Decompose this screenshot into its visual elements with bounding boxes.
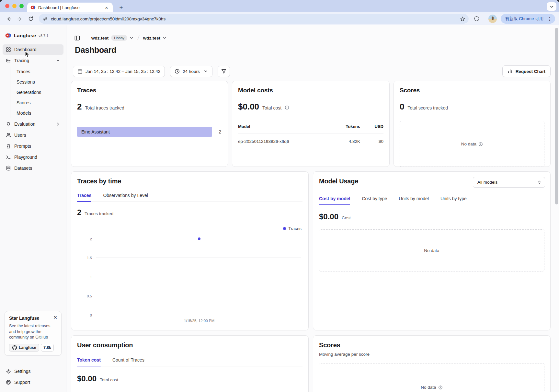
y-tick: 0	[90, 313, 92, 317]
project-name[interactable]: wdz.test	[143, 36, 160, 40]
sidebar-footer: Settings Support	[3, 366, 63, 388]
scores-count-label: Total scores tracked	[407, 105, 448, 110]
y-tick: 1	[90, 275, 92, 279]
traces-tracked-label: Traces tracked	[85, 211, 113, 216]
page-scrollbar[interactable]	[555, 28, 558, 204]
gear-icon	[6, 369, 11, 374]
trace-name-bar[interactable]: Eino Assistant	[77, 127, 212, 137]
model-costs-card: Model costs $0.00 Total cost Model Token…	[232, 81, 390, 167]
users-icon	[6, 133, 11, 138]
maximize-window-button[interactable]	[19, 4, 24, 8]
sidebar: Langfuse v3.7.1 Dashboard Tracing Traces	[0, 25, 66, 392]
tab-strip: Dashboard | Langfuse × +	[0, 0, 559, 12]
sidebar-item-generations[interactable]: Generations	[10, 87, 63, 98]
sidebar-item-datasets[interactable]: Datasets	[3, 163, 63, 173]
tab-units-by-type[interactable]: Units by type	[440, 196, 467, 205]
sidebar-item-evaluation[interactable]: Evaluation	[3, 119, 63, 129]
sidebar-item-models[interactable]: Models	[10, 108, 63, 118]
profile-avatar[interactable]	[488, 15, 497, 23]
date-range-text: Jan 14, 25 : 12:42 – Jan 15, 25 : 12:42	[86, 69, 160, 74]
tree-icon	[6, 58, 11, 63]
grid-icon	[6, 47, 11, 52]
site-info-icon[interactable]	[43, 17, 48, 21]
tab-cost-by-type[interactable]: Cost by type	[362, 196, 387, 205]
sidebar-item-label: Dashboard	[14, 47, 37, 52]
info-icon[interactable]	[478, 142, 483, 146]
traces-bar-row: Eino Assistant 2	[77, 127, 222, 137]
sidebar-item-traces[interactable]: Traces	[10, 66, 63, 77]
request-chart-label: Request Chart	[516, 69, 545, 74]
sidebar-item-settings[interactable]: Settings	[3, 366, 63, 376]
chevron-down-icon[interactable]	[162, 36, 167, 40]
cell-tokens: 4.82K	[331, 139, 360, 144]
chrome-update-label: 有新版 Chrome 可用	[505, 16, 543, 22]
browser-tab[interactable]: Dashboard | Langfuse ×	[27, 3, 113, 12]
langfuse-favicon	[30, 5, 36, 10]
page-header: wdz.test Hobby / wdz.test Dashboard	[66, 25, 559, 59]
sidebar-item-tracing[interactable]: Tracing	[3, 55, 63, 66]
filter-button[interactable]	[218, 66, 230, 77]
info-icon[interactable]	[285, 105, 289, 110]
address-bar[interactable]: cloud.langfuse.com/project/cm50idm0208mx…	[39, 14, 469, 24]
chevron-down-icon[interactable]	[129, 36, 134, 40]
x-tick: 1/15/25, 12:00 PM	[184, 319, 214, 323]
sidebar-toggle-icon[interactable]	[73, 34, 81, 42]
chrome-update-chip[interactable]: 有新版 Chrome 可用 ⋮	[501, 14, 555, 24]
sidebar-nav: Dashboard Tracing Traces Sessions Genera…	[0, 43, 66, 173]
toolbar-divider	[485, 16, 485, 22]
github-button[interactable]: Langfuse	[9, 344, 39, 352]
request-chart-button[interactable]: Request Chart	[502, 65, 551, 77]
breadcrumb: wdz.test Hobby / wdz.test	[73, 34, 551, 42]
y-tick: 0.5	[87, 294, 92, 298]
sidebar-item-playground[interactable]: Playground	[3, 152, 63, 162]
charts-row: Traces by time Traces Observations by Le…	[71, 171, 559, 330]
sidebar-item-sessions[interactable]: Sessions	[10, 77, 63, 87]
tab-close-icon[interactable]: ×	[104, 5, 109, 10]
browser-menu-icon[interactable]: ⋮	[546, 15, 553, 22]
user-consumption-total-label: Total cost	[100, 377, 118, 382]
sidebar-item-prompts[interactable]: Prompts	[3, 141, 63, 151]
star-card-title: Star Langfuse	[9, 316, 39, 321]
model-filter-value: All models	[477, 180, 497, 185]
traces-card-title: Traces	[77, 87, 222, 94]
bottom-row: User consumption Token cost Count of Tra…	[71, 335, 559, 392]
database-icon	[6, 166, 11, 171]
time-preset-text: 24 hours	[183, 69, 200, 74]
back-button[interactable]	[4, 14, 14, 24]
tab-cost-by-model[interactable]: Cost by model	[319, 196, 350, 205]
legend-dot	[283, 227, 286, 230]
org-name[interactable]: wdz.test	[91, 36, 108, 40]
sidebar-item-dashboard[interactable]: Dashboard	[3, 44, 63, 55]
tab-count-of-traces[interactable]: Count of Traces	[112, 357, 144, 366]
traces-by-time-card: Traces by time Traces Observations by Le…	[71, 171, 309, 330]
close-icon[interactable]: ✕	[53, 316, 57, 319]
model-costs-title: Model costs	[238, 87, 383, 94]
data-point[interactable]	[198, 237, 200, 240]
new-tab-button[interactable]: +	[117, 3, 126, 12]
tab-units-by-model[interactable]: Units by model	[399, 196, 429, 205]
tab-traces[interactable]: Traces	[77, 193, 91, 202]
breadcrumb-divider	[86, 35, 86, 41]
time-preset-dropdown[interactable]: 24 hours	[170, 66, 212, 77]
model-filter-select[interactable]: All models	[473, 177, 545, 188]
minimize-window-button[interactable]	[12, 4, 17, 8]
browser-window: Dashboard | Langfuse × + cloud.langfuse.…	[0, 0, 559, 392]
date-range-picker[interactable]: Jan 14, 25 : 12:42 – Jan 15, 25 : 12:42	[73, 66, 165, 77]
star-langfuse-card: Star Langfuse ✕ See the latest releases …	[5, 311, 62, 356]
tab-observations-by-level[interactable]: Observations by Level	[103, 193, 148, 202]
bookmark-star-icon[interactable]	[460, 16, 465, 22]
cell-model: ep-20250112193826-xftq6	[238, 139, 331, 144]
no-data-text: No data	[421, 385, 436, 390]
info-icon[interactable]	[438, 385, 443, 390]
traces-card: Traces 2 Total traces tracked Eino Assis…	[71, 81, 228, 167]
close-window-button[interactable]	[5, 4, 9, 8]
sidebar-item-support[interactable]: Support	[3, 377, 63, 387]
sidebar-item-scores[interactable]: Scores	[10, 98, 63, 108]
tab-search-button[interactable]	[547, 2, 556, 11]
forward-button[interactable]	[15, 14, 25, 24]
sidebar-item-users[interactable]: Users	[3, 130, 63, 140]
tab-token-cost[interactable]: Token cost	[77, 357, 101, 366]
reload-button[interactable]	[26, 14, 36, 24]
table-row[interactable]: ep-20250112193826-xftq6 4.82K $0	[238, 133, 383, 144]
extensions-icon[interactable]	[472, 14, 482, 24]
